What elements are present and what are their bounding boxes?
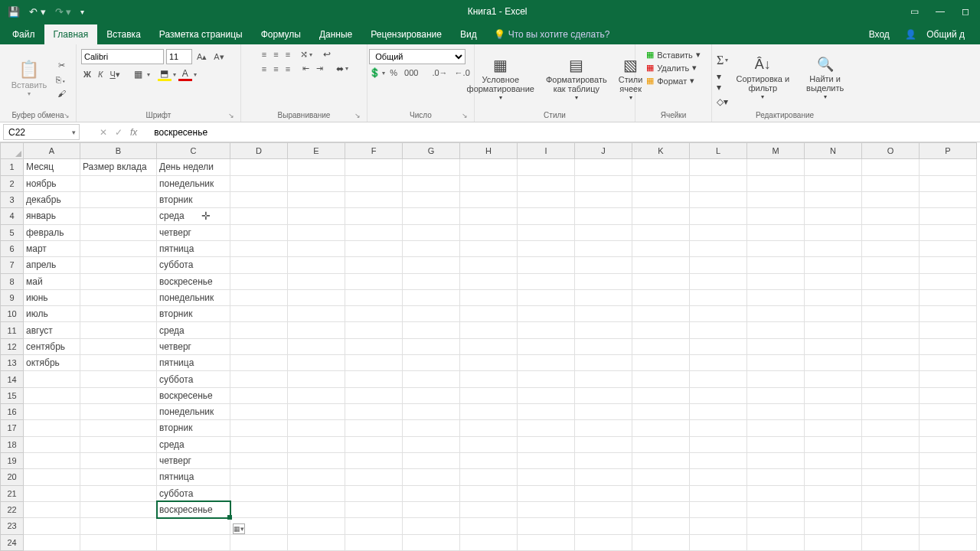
cell-M10[interactable] bbox=[747, 306, 805, 322]
font-color-button[interactable]: А▾ bbox=[178, 67, 197, 81]
cell-C18[interactable]: среда bbox=[157, 436, 230, 452]
cell-N9[interactable] bbox=[805, 289, 862, 305]
cell-F4[interactable] bbox=[345, 208, 403, 224]
cell-F17[interactable] bbox=[345, 420, 403, 436]
cell-A13[interactable]: октябрь bbox=[24, 355, 80, 371]
cell-K1[interactable] bbox=[632, 159, 690, 175]
cell-A12[interactable]: сентябрь bbox=[24, 338, 80, 354]
cell-P18[interactable] bbox=[920, 436, 977, 452]
cell-O15[interactable] bbox=[862, 387, 920, 403]
cell-N18[interactable] bbox=[805, 436, 862, 452]
row-header-9[interactable]: 9 bbox=[1, 289, 24, 305]
increase-decimal-icon[interactable]: .0→ bbox=[430, 67, 449, 78]
fill-color-button[interactable]: ⬒▾ bbox=[158, 67, 176, 81]
cell-L22[interactable] bbox=[690, 501, 747, 517]
borders-button[interactable]: ▦▾ bbox=[132, 67, 150, 81]
maximize-icon[interactable]: ◻ bbox=[962, 6, 969, 17]
cell-F15[interactable] bbox=[345, 387, 403, 403]
cell-M12[interactable] bbox=[747, 338, 805, 354]
qat-customize-icon[interactable]: ▾ bbox=[80, 8, 84, 16]
row-header-4[interactable]: 4 bbox=[1, 208, 24, 224]
cell-L13[interactable] bbox=[690, 355, 747, 371]
cell-E22[interactable] bbox=[288, 501, 345, 517]
cell-K10[interactable] bbox=[632, 306, 690, 322]
cell-J19[interactable] bbox=[575, 452, 632, 468]
cell-E4[interactable] bbox=[288, 208, 345, 224]
cell-A11[interactable]: август bbox=[24, 322, 80, 338]
cell-F23[interactable] bbox=[345, 518, 403, 534]
row-header-19[interactable]: 19 bbox=[1, 452, 24, 468]
merge-icon[interactable]: ⬌▾ bbox=[336, 64, 348, 74]
cell-G3[interactable] bbox=[403, 191, 460, 207]
tab-5[interactable]: Рецензирование bbox=[361, 24, 451, 44]
autosum-button[interactable]: Σ▾ bbox=[717, 54, 728, 67]
col-header-I[interactable]: I bbox=[518, 143, 575, 159]
cell-E11[interactable] bbox=[288, 322, 345, 338]
cell-M18[interactable] bbox=[747, 436, 805, 452]
col-header-P[interactable]: P bbox=[920, 143, 977, 159]
cell-P15[interactable] bbox=[920, 387, 977, 403]
align-middle-icon[interactable]: ≡ bbox=[271, 49, 280, 60]
cell-G10[interactable] bbox=[403, 306, 460, 322]
cell-K18[interactable] bbox=[632, 436, 690, 452]
cell-B21[interactable] bbox=[80, 485, 157, 501]
cell-K13[interactable] bbox=[632, 355, 690, 371]
col-header-N[interactable]: N bbox=[805, 143, 862, 159]
col-header-K[interactable]: K bbox=[632, 143, 690, 159]
cell-L2[interactable] bbox=[690, 175, 747, 191]
cell-G15[interactable] bbox=[403, 387, 460, 403]
cell-N12[interactable] bbox=[805, 338, 862, 354]
font-size-combo[interactable] bbox=[166, 49, 192, 64]
cell-G20[interactable] bbox=[403, 469, 460, 485]
cell-N23[interactable] bbox=[805, 518, 862, 534]
cell-F16[interactable] bbox=[345, 404, 403, 420]
row-header-14[interactable]: 14 bbox=[1, 371, 24, 387]
cell-H18[interactable] bbox=[460, 436, 518, 452]
cell-H15[interactable] bbox=[460, 387, 518, 403]
cell-B17[interactable] bbox=[80, 420, 157, 436]
cell-C13[interactable]: пятница bbox=[157, 355, 230, 371]
cell-D12[interactable] bbox=[230, 338, 288, 354]
row-header-12[interactable]: 12 bbox=[1, 338, 24, 354]
cell-G4[interactable] bbox=[403, 208, 460, 224]
cell-L24[interactable] bbox=[690, 534, 747, 551]
row-header-7[interactable]: 7 bbox=[1, 257, 24, 273]
cell-P9[interactable] bbox=[920, 289, 977, 305]
row-header-24[interactable]: 24 bbox=[1, 534, 24, 551]
cell-N5[interactable] bbox=[805, 224, 862, 240]
row-header-17[interactable]: 17 bbox=[1, 420, 24, 436]
cell-K12[interactable] bbox=[632, 338, 690, 354]
cell-I21[interactable] bbox=[518, 485, 575, 501]
cell-E18[interactable] bbox=[288, 436, 345, 452]
cell-H7[interactable] bbox=[460, 257, 518, 273]
cell-N16[interactable] bbox=[805, 404, 862, 420]
cell-O21[interactable] bbox=[862, 485, 920, 501]
cell-M13[interactable] bbox=[747, 355, 805, 371]
cell-N24[interactable] bbox=[805, 534, 862, 551]
cell-F5[interactable] bbox=[345, 224, 403, 240]
row-header-6[interactable]: 6 bbox=[1, 240, 24, 256]
cell-A5[interactable]: февраль bbox=[24, 224, 80, 240]
cell-A17[interactable] bbox=[24, 420, 80, 436]
cell-I9[interactable] bbox=[518, 289, 575, 305]
cell-N4[interactable] bbox=[805, 208, 862, 224]
cell-B10[interactable] bbox=[80, 306, 157, 322]
cell-I6[interactable] bbox=[518, 240, 575, 256]
currency-icon[interactable]: 💲▾ bbox=[369, 67, 385, 78]
cell-N3[interactable] bbox=[805, 191, 862, 207]
cell-B12[interactable] bbox=[80, 338, 157, 354]
cell-O24[interactable] bbox=[862, 534, 920, 551]
cell-J4[interactable] bbox=[575, 208, 632, 224]
cell-J6[interactable] bbox=[575, 240, 632, 256]
cell-C17[interactable]: вторник bbox=[157, 420, 230, 436]
cell-E13[interactable] bbox=[288, 355, 345, 371]
row-header-13[interactable]: 13 bbox=[1, 355, 24, 371]
cell-I17[interactable] bbox=[518, 420, 575, 436]
wrap-text-icon[interactable]: ↩ bbox=[323, 49, 331, 60]
cell-O18[interactable] bbox=[862, 436, 920, 452]
cell-B18[interactable] bbox=[80, 436, 157, 452]
row-header-23[interactable]: 23 bbox=[1, 518, 24, 534]
cell-C14[interactable]: суббота bbox=[157, 371, 230, 387]
name-box[interactable]: ▾ bbox=[3, 124, 80, 140]
align-right-icon[interactable]: ≡ bbox=[283, 64, 292, 74]
